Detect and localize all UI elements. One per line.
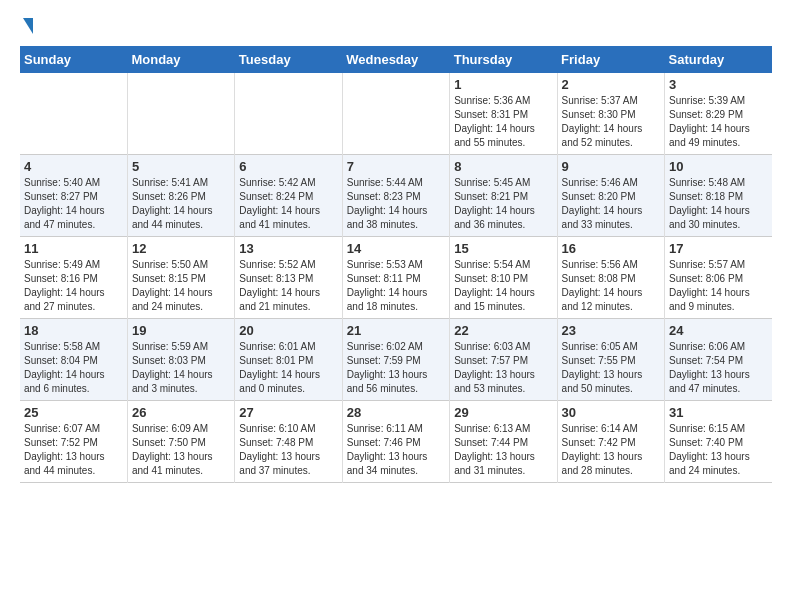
- calendar-cell: [20, 73, 127, 155]
- day-number: 9: [562, 159, 660, 174]
- day-number: 25: [24, 405, 123, 420]
- day-number: 22: [454, 323, 552, 338]
- calendar-cell: [342, 73, 449, 155]
- calendar-cell: 18Sunrise: 5:58 AM Sunset: 8:04 PM Dayli…: [20, 319, 127, 401]
- day-info: Sunrise: 6:09 AM Sunset: 7:50 PM Dayligh…: [132, 422, 230, 478]
- calendar-cell: 31Sunrise: 6:15 AM Sunset: 7:40 PM Dayli…: [665, 401, 772, 483]
- day-info: Sunrise: 6:13 AM Sunset: 7:44 PM Dayligh…: [454, 422, 552, 478]
- calendar-week-row: 1Sunrise: 5:36 AM Sunset: 8:31 PM Daylig…: [20, 73, 772, 155]
- day-info: Sunrise: 5:58 AM Sunset: 8:04 PM Dayligh…: [24, 340, 123, 396]
- day-info: Sunrise: 5:48 AM Sunset: 8:18 PM Dayligh…: [669, 176, 768, 232]
- calendar-cell: 23Sunrise: 6:05 AM Sunset: 7:55 PM Dayli…: [557, 319, 664, 401]
- calendar-cell: 17Sunrise: 5:57 AM Sunset: 8:06 PM Dayli…: [665, 237, 772, 319]
- calendar-cell: 11Sunrise: 5:49 AM Sunset: 8:16 PM Dayli…: [20, 237, 127, 319]
- logo-triangle-icon: [23, 18, 33, 34]
- day-number: 5: [132, 159, 230, 174]
- day-of-week-header: Monday: [127, 46, 234, 73]
- day-number: 15: [454, 241, 552, 256]
- day-number: 14: [347, 241, 445, 256]
- day-number: 26: [132, 405, 230, 420]
- calendar-week-row: 18Sunrise: 5:58 AM Sunset: 8:04 PM Dayli…: [20, 319, 772, 401]
- calendar-week-row: 4Sunrise: 5:40 AM Sunset: 8:27 PM Daylig…: [20, 155, 772, 237]
- day-info: Sunrise: 5:36 AM Sunset: 8:31 PM Dayligh…: [454, 94, 552, 150]
- day-number: 23: [562, 323, 660, 338]
- calendar-cell: 27Sunrise: 6:10 AM Sunset: 7:48 PM Dayli…: [235, 401, 342, 483]
- day-info: Sunrise: 5:52 AM Sunset: 8:13 PM Dayligh…: [239, 258, 337, 314]
- page-header: [20, 20, 772, 36]
- calendar-cell: 21Sunrise: 6:02 AM Sunset: 7:59 PM Dayli…: [342, 319, 449, 401]
- calendar-cell: 26Sunrise: 6:09 AM Sunset: 7:50 PM Dayli…: [127, 401, 234, 483]
- day-info: Sunrise: 5:42 AM Sunset: 8:24 PM Dayligh…: [239, 176, 337, 232]
- day-info: Sunrise: 5:50 AM Sunset: 8:15 PM Dayligh…: [132, 258, 230, 314]
- day-number: 20: [239, 323, 337, 338]
- day-info: Sunrise: 5:39 AM Sunset: 8:29 PM Dayligh…: [669, 94, 768, 150]
- day-of-week-header: Tuesday: [235, 46, 342, 73]
- day-info: Sunrise: 6:07 AM Sunset: 7:52 PM Dayligh…: [24, 422, 123, 478]
- calendar-cell: 4Sunrise: 5:40 AM Sunset: 8:27 PM Daylig…: [20, 155, 127, 237]
- day-number: 4: [24, 159, 123, 174]
- day-info: Sunrise: 6:06 AM Sunset: 7:54 PM Dayligh…: [669, 340, 768, 396]
- day-info: Sunrise: 5:46 AM Sunset: 8:20 PM Dayligh…: [562, 176, 660, 232]
- day-info: Sunrise: 5:53 AM Sunset: 8:11 PM Dayligh…: [347, 258, 445, 314]
- calendar-cell: 13Sunrise: 5:52 AM Sunset: 8:13 PM Dayli…: [235, 237, 342, 319]
- day-info: Sunrise: 6:10 AM Sunset: 7:48 PM Dayligh…: [239, 422, 337, 478]
- day-number: 18: [24, 323, 123, 338]
- calendar-cell: 3Sunrise: 5:39 AM Sunset: 8:29 PM Daylig…: [665, 73, 772, 155]
- day-info: Sunrise: 5:44 AM Sunset: 8:23 PM Dayligh…: [347, 176, 445, 232]
- logo: [20, 20, 33, 36]
- day-number: 27: [239, 405, 337, 420]
- day-number: 11: [24, 241, 123, 256]
- day-number: 19: [132, 323, 230, 338]
- day-number: 16: [562, 241, 660, 256]
- day-info: Sunrise: 6:14 AM Sunset: 7:42 PM Dayligh…: [562, 422, 660, 478]
- day-number: 28: [347, 405, 445, 420]
- day-number: 7: [347, 159, 445, 174]
- day-info: Sunrise: 6:03 AM Sunset: 7:57 PM Dayligh…: [454, 340, 552, 396]
- calendar-cell: 20Sunrise: 6:01 AM Sunset: 8:01 PM Dayli…: [235, 319, 342, 401]
- day-number: 8: [454, 159, 552, 174]
- calendar-cell: 16Sunrise: 5:56 AM Sunset: 8:08 PM Dayli…: [557, 237, 664, 319]
- day-number: 13: [239, 241, 337, 256]
- calendar-cell: 15Sunrise: 5:54 AM Sunset: 8:10 PM Dayli…: [450, 237, 557, 319]
- calendar-cell: 1Sunrise: 5:36 AM Sunset: 8:31 PM Daylig…: [450, 73, 557, 155]
- calendar-cell: 8Sunrise: 5:45 AM Sunset: 8:21 PM Daylig…: [450, 155, 557, 237]
- day-info: Sunrise: 5:45 AM Sunset: 8:21 PM Dayligh…: [454, 176, 552, 232]
- calendar-cell: 5Sunrise: 5:41 AM Sunset: 8:26 PM Daylig…: [127, 155, 234, 237]
- day-number: 30: [562, 405, 660, 420]
- day-info: Sunrise: 6:05 AM Sunset: 7:55 PM Dayligh…: [562, 340, 660, 396]
- day-number: 1: [454, 77, 552, 92]
- day-info: Sunrise: 5:59 AM Sunset: 8:03 PM Dayligh…: [132, 340, 230, 396]
- calendar-cell: 6Sunrise: 5:42 AM Sunset: 8:24 PM Daylig…: [235, 155, 342, 237]
- day-info: Sunrise: 6:15 AM Sunset: 7:40 PM Dayligh…: [669, 422, 768, 478]
- calendar-cell: 10Sunrise: 5:48 AM Sunset: 8:18 PM Dayli…: [665, 155, 772, 237]
- day-of-week-header: Wednesday: [342, 46, 449, 73]
- calendar-cell: 29Sunrise: 6:13 AM Sunset: 7:44 PM Dayli…: [450, 401, 557, 483]
- day-info: Sunrise: 5:54 AM Sunset: 8:10 PM Dayligh…: [454, 258, 552, 314]
- day-of-week-header: Sunday: [20, 46, 127, 73]
- day-of-week-header: Friday: [557, 46, 664, 73]
- calendar-cell: 30Sunrise: 6:14 AM Sunset: 7:42 PM Dayli…: [557, 401, 664, 483]
- day-info: Sunrise: 6:11 AM Sunset: 7:46 PM Dayligh…: [347, 422, 445, 478]
- day-number: 12: [132, 241, 230, 256]
- calendar-cell: [235, 73, 342, 155]
- day-info: Sunrise: 6:01 AM Sunset: 8:01 PM Dayligh…: [239, 340, 337, 396]
- day-number: 21: [347, 323, 445, 338]
- calendar-cell: 2Sunrise: 5:37 AM Sunset: 8:30 PM Daylig…: [557, 73, 664, 155]
- calendar-cell: 24Sunrise: 6:06 AM Sunset: 7:54 PM Dayli…: [665, 319, 772, 401]
- day-of-week-header: Thursday: [450, 46, 557, 73]
- day-number: 31: [669, 405, 768, 420]
- calendar-cell: 19Sunrise: 5:59 AM Sunset: 8:03 PM Dayli…: [127, 319, 234, 401]
- day-number: 10: [669, 159, 768, 174]
- calendar-week-row: 11Sunrise: 5:49 AM Sunset: 8:16 PM Dayli…: [20, 237, 772, 319]
- day-info: Sunrise: 5:56 AM Sunset: 8:08 PM Dayligh…: [562, 258, 660, 314]
- calendar-cell: 9Sunrise: 5:46 AM Sunset: 8:20 PM Daylig…: [557, 155, 664, 237]
- day-info: Sunrise: 5:49 AM Sunset: 8:16 PM Dayligh…: [24, 258, 123, 314]
- day-info: Sunrise: 5:37 AM Sunset: 8:30 PM Dayligh…: [562, 94, 660, 150]
- calendar-cell: 25Sunrise: 6:07 AM Sunset: 7:52 PM Dayli…: [20, 401, 127, 483]
- calendar-cell: 28Sunrise: 6:11 AM Sunset: 7:46 PM Dayli…: [342, 401, 449, 483]
- day-info: Sunrise: 6:02 AM Sunset: 7:59 PM Dayligh…: [347, 340, 445, 396]
- calendar-cell: 22Sunrise: 6:03 AM Sunset: 7:57 PM Dayli…: [450, 319, 557, 401]
- day-number: 17: [669, 241, 768, 256]
- calendar-cell: [127, 73, 234, 155]
- day-info: Sunrise: 5:57 AM Sunset: 8:06 PM Dayligh…: [669, 258, 768, 314]
